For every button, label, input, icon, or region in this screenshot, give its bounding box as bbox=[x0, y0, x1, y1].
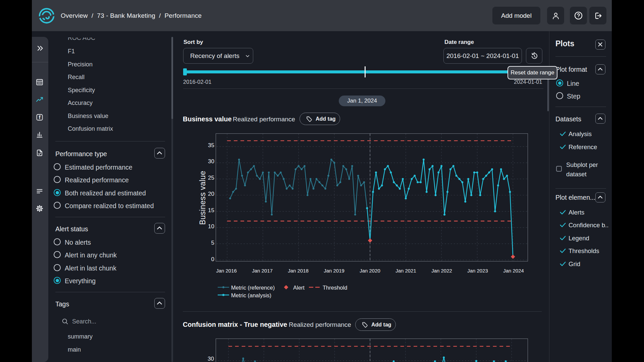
svg-text:f: f bbox=[39, 114, 41, 120]
